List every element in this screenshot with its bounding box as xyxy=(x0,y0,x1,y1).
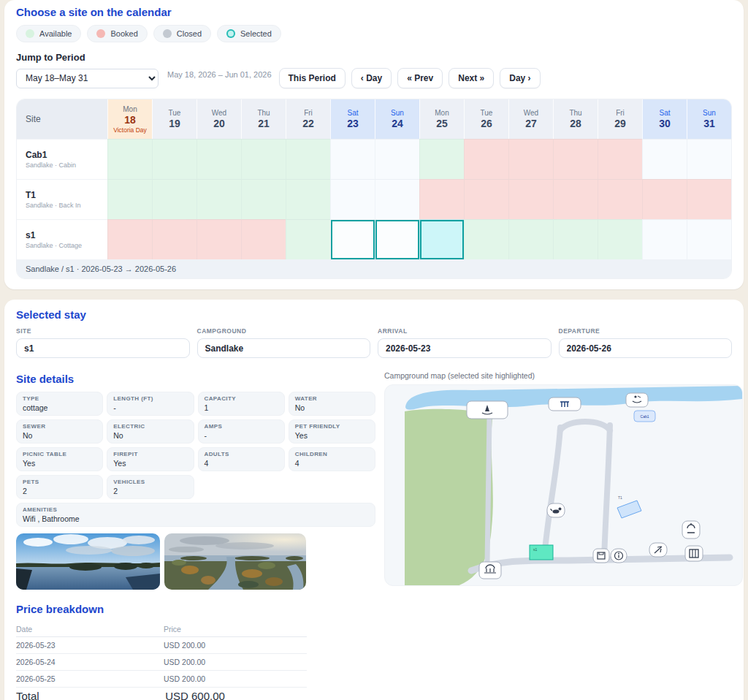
site-column-header: Site xyxy=(17,99,107,139)
map-marker-dog-park-icon[interactable] xyxy=(547,503,565,517)
day-of-week: Tue xyxy=(169,109,181,117)
cell-s1-26[interactable] xyxy=(464,219,508,259)
map-marker-shower-icon[interactable] xyxy=(682,521,700,539)
cell-s1-23[interactable] xyxy=(330,219,375,259)
cell-s1-29[interactable] xyxy=(598,219,642,259)
cell-t1-27[interactable] xyxy=(508,179,553,219)
day-button[interactable]: Day › xyxy=(500,68,540,88)
site-subtitle: Sandlake · Cabin xyxy=(26,161,107,169)
day-button[interactable]: ‹ Day xyxy=(351,68,392,88)
legend-label: Selected xyxy=(240,29,272,38)
cell-t1-25[interactable] xyxy=(419,179,464,219)
cell-t1-22[interactable] xyxy=(286,179,330,219)
cell-t1-31[interactable] xyxy=(687,179,731,219)
detail-label: CHILDREN xyxy=(295,451,369,457)
prev-button[interactable]: « Prev xyxy=(397,68,443,88)
cell-cab1-19[interactable] xyxy=(152,139,196,179)
cell-cab1-22[interactable] xyxy=(286,139,330,179)
cell-s1-25[interactable] xyxy=(419,219,464,259)
cell-t1-18[interactable] xyxy=(107,179,152,219)
cell-t1-23[interactable] xyxy=(330,179,375,219)
detail-value: 1 xyxy=(205,403,278,412)
map-marker-airfield-icon[interactable] xyxy=(649,543,667,557)
day-header-18: Mon18Victoria Day xyxy=(107,99,152,139)
cell-t1-21[interactable] xyxy=(241,179,286,219)
cell-s1-31[interactable] xyxy=(687,219,731,259)
day-number: 25 xyxy=(436,118,448,129)
this-period-button[interactable]: This Period xyxy=(279,68,346,88)
field-input-site[interactable] xyxy=(16,338,190,358)
site-name: s1 xyxy=(26,230,107,240)
field-input-campground[interactable] xyxy=(197,338,371,358)
day-number: 21 xyxy=(258,118,270,129)
total-label: Total xyxy=(16,690,133,700)
cell-cab1-24[interactable] xyxy=(375,139,419,179)
cell-cab1-23[interactable] xyxy=(330,139,375,179)
cell-s1-20[interactable] xyxy=(196,219,241,259)
cell-s1-27[interactable] xyxy=(508,219,553,259)
cell-cab1-31[interactable] xyxy=(687,139,731,179)
cell-t1-29[interactable] xyxy=(598,179,642,219)
next-button[interactable]: Next » xyxy=(449,68,494,88)
map-marker-store-icon[interactable] xyxy=(593,549,609,563)
cell-s1-30[interactable] xyxy=(642,219,687,259)
cell-cab1-18[interactable] xyxy=(107,139,152,179)
cell-s1-18[interactable] xyxy=(107,219,152,259)
map-marker-lodge-icon[interactable] xyxy=(479,562,501,579)
cell-t1-30[interactable] xyxy=(642,179,687,219)
stay-fields: SITECAMPGROUNDARRIVALDEPARTURE xyxy=(16,327,732,358)
cell-cab1-21[interactable] xyxy=(241,139,286,179)
cell-t1-28[interactable] xyxy=(553,179,598,219)
cell-cab1-20[interactable] xyxy=(196,139,241,179)
campground-map: T1 s1 Cab1 xyxy=(384,384,743,586)
map-caption: Campground map (selected site highlighte… xyxy=(384,371,743,380)
price-row-2026-05-23: 2026-05-23USD 200.00 xyxy=(16,637,307,654)
detail-label: AMPS xyxy=(205,423,278,430)
cell-t1-24[interactable] xyxy=(375,179,419,219)
cell-cab1-29[interactable] xyxy=(598,139,642,179)
cell-cab1-28[interactable] xyxy=(553,139,598,179)
cell-cab1-25[interactable] xyxy=(419,139,464,179)
day-number: 27 xyxy=(525,118,537,129)
map-marker-sailing-icon[interactable] xyxy=(467,401,508,419)
map-marker-dock-icon[interactable] xyxy=(549,397,581,411)
map-site-cab1[interactable]: Cab1 xyxy=(634,411,655,422)
day-header-23: Sat23 xyxy=(330,99,375,139)
legend: AvailableBookedClosedSelected xyxy=(16,25,732,42)
cell-s1-19[interactable] xyxy=(152,219,196,259)
field-input-arrival[interactable] xyxy=(378,338,552,358)
site-photos xyxy=(16,533,375,590)
legend-label: Booked xyxy=(110,29,137,38)
detail-value: Wifi , Bathroome xyxy=(23,514,369,523)
period-select[interactable]: May 18–May 31 xyxy=(16,69,159,88)
detail-label: PICNIC TABLE xyxy=(23,451,96,457)
day-header-20: Wed20 xyxy=(196,99,241,139)
cell-cab1-27[interactable] xyxy=(508,139,553,179)
map-marker-boat-launch-icon[interactable] xyxy=(626,393,648,407)
map-site-s1-selected[interactable]: s1 xyxy=(530,545,553,560)
cell-s1-21[interactable] xyxy=(241,219,286,259)
map-site-t1[interactable]: T1 xyxy=(617,495,641,518)
calendar-table: SiteMon18Victoria DayTue19Wed20Thu21Fri2… xyxy=(16,99,732,279)
detail-value: cottage xyxy=(23,403,96,412)
cell-t1-20[interactable] xyxy=(196,179,241,219)
site-row-label-cab1: Cab1Sandlake · Cabin xyxy=(17,139,107,179)
cell-t1-19[interactable] xyxy=(152,179,196,219)
map-marker-info-icon[interactable] xyxy=(611,549,627,563)
cell-cab1-30[interactable] xyxy=(642,139,687,179)
price-row-2026-05-25: 2026-05-25USD 200.00 xyxy=(16,671,307,688)
cell-s1-24[interactable] xyxy=(375,219,419,259)
cell-t1-26[interactable] xyxy=(464,179,508,219)
day-header-24: Sun24 xyxy=(375,99,419,139)
price-col-date: Date xyxy=(16,625,164,634)
legend-selected-dot-icon xyxy=(226,29,235,38)
map-marker-washrooms-icon[interactable] xyxy=(685,546,703,561)
day-of-week: Fri xyxy=(304,109,313,117)
detail-children: CHILDREN4 xyxy=(289,447,375,471)
cell-cab1-26[interactable] xyxy=(464,139,508,179)
day-header-29: Fri29 xyxy=(598,99,642,139)
cell-s1-22[interactable] xyxy=(286,219,330,259)
detail-amps: AMPS- xyxy=(198,419,285,444)
cell-s1-28[interactable] xyxy=(553,219,598,259)
field-input-departure[interactable] xyxy=(559,338,733,358)
